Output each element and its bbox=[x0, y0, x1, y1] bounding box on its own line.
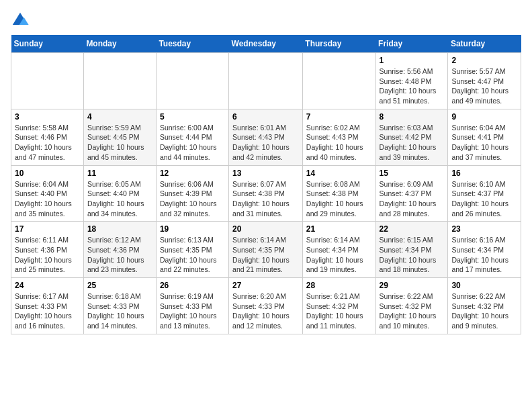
calendar-cell: 12Sunrise: 6:06 AM Sunset: 4:39 PM Dayli… bbox=[156, 165, 228, 222]
day-number: 16 bbox=[451, 169, 517, 178]
calendar-cell: 13Sunrise: 6:07 AM Sunset: 4:38 PM Dayli… bbox=[229, 165, 303, 222]
day-number: 15 bbox=[380, 169, 445, 178]
calendar-cell: 26Sunrise: 6:19 AM Sunset: 4:33 PM Dayli… bbox=[156, 278, 228, 334]
day-number: 2 bbox=[451, 56, 517, 65]
day-number: 21 bbox=[306, 224, 372, 234]
day-number: 9 bbox=[451, 112, 517, 122]
calendar-cell: 23Sunrise: 6:16 AM Sunset: 4:34 PM Dayli… bbox=[448, 222, 521, 278]
page-header bbox=[11, 11, 521, 30]
day-number: 27 bbox=[232, 281, 299, 290]
day-info: Sunrise: 6:09 AM Sunset: 4:37 PM Dayligh… bbox=[380, 179, 445, 219]
calendar-cell: 8Sunrise: 6:03 AM Sunset: 4:42 PM Daylig… bbox=[375, 109, 448, 165]
day-info: Sunrise: 6:19 AM Sunset: 4:33 PM Dayligh… bbox=[160, 291, 225, 331]
day-number: 4 bbox=[87, 112, 152, 122]
day-info: Sunrise: 5:57 AM Sunset: 4:47 PM Dayligh… bbox=[451, 66, 517, 106]
day-info: Sunrise: 6:15 AM Sunset: 4:34 PM Dayligh… bbox=[380, 235, 445, 275]
day-number: 12 bbox=[160, 169, 225, 178]
day-number: 29 bbox=[380, 281, 445, 290]
day-number: 10 bbox=[15, 169, 80, 178]
day-number: 7 bbox=[306, 112, 372, 122]
calendar-cell bbox=[83, 53, 156, 109]
calendar-cell: 3Sunrise: 5:58 AM Sunset: 4:46 PM Daylig… bbox=[11, 109, 84, 165]
calendar-cell: 16Sunrise: 6:10 AM Sunset: 4:37 PM Dayli… bbox=[448, 165, 521, 222]
calendar-week-5: 24Sunrise: 6:17 AM Sunset: 4:33 PM Dayli… bbox=[11, 278, 521, 334]
day-info: Sunrise: 6:11 AM Sunset: 4:36 PM Dayligh… bbox=[15, 235, 80, 275]
day-info: Sunrise: 5:59 AM Sunset: 4:45 PM Dayligh… bbox=[87, 123, 152, 163]
calendar-cell: 5Sunrise: 6:00 AM Sunset: 4:44 PM Daylig… bbox=[156, 109, 228, 165]
day-info: Sunrise: 6:02 AM Sunset: 4:43 PM Dayligh… bbox=[306, 123, 372, 163]
day-info: Sunrise: 6:10 AM Sunset: 4:37 PM Dayligh… bbox=[451, 179, 517, 219]
calendar-week-1: 1Sunrise: 5:56 AM Sunset: 4:48 PM Daylig… bbox=[11, 53, 521, 109]
day-info: Sunrise: 6:16 AM Sunset: 4:34 PM Dayligh… bbox=[451, 235, 517, 275]
calendar-cell: 1Sunrise: 5:56 AM Sunset: 4:48 PM Daylig… bbox=[375, 53, 448, 109]
weekday-header-sunday: Sunday bbox=[11, 35, 84, 53]
day-info: Sunrise: 6:14 AM Sunset: 4:34 PM Dayligh… bbox=[306, 235, 372, 275]
weekday-header-saturday: Saturday bbox=[448, 35, 521, 53]
day-info: Sunrise: 6:01 AM Sunset: 4:43 PM Dayligh… bbox=[232, 123, 299, 163]
weekday-header-thursday: Thursday bbox=[302, 35, 375, 53]
calendar-cell: 21Sunrise: 6:14 AM Sunset: 4:34 PM Dayli… bbox=[302, 222, 375, 278]
day-info: Sunrise: 6:06 AM Sunset: 4:39 PM Dayligh… bbox=[160, 179, 225, 219]
calendar-table: SundayMondayTuesdayWednesdayThursdayFrid… bbox=[11, 35, 521, 334]
day-number: 3 bbox=[15, 112, 80, 122]
calendar-cell bbox=[11, 53, 84, 109]
day-number: 30 bbox=[451, 281, 517, 290]
calendar-cell bbox=[229, 53, 303, 109]
day-info: Sunrise: 6:00 AM Sunset: 4:44 PM Dayligh… bbox=[160, 123, 225, 163]
weekday-header-wednesday: Wednesday bbox=[229, 35, 303, 53]
day-info: Sunrise: 6:13 AM Sunset: 4:35 PM Dayligh… bbox=[160, 235, 225, 275]
day-number: 23 bbox=[451, 224, 517, 234]
calendar-cell: 11Sunrise: 6:05 AM Sunset: 4:40 PM Dayli… bbox=[83, 165, 156, 222]
day-info: Sunrise: 6:07 AM Sunset: 4:38 PM Dayligh… bbox=[232, 179, 299, 219]
calendar-cell: 30Sunrise: 6:22 AM Sunset: 4:32 PM Dayli… bbox=[448, 278, 521, 334]
day-info: Sunrise: 5:56 AM Sunset: 4:48 PM Dayligh… bbox=[380, 66, 445, 106]
calendar-cell: 10Sunrise: 6:04 AM Sunset: 4:40 PM Dayli… bbox=[11, 165, 84, 222]
day-info: Sunrise: 6:14 AM Sunset: 4:35 PM Dayligh… bbox=[232, 235, 299, 275]
day-number: 25 bbox=[87, 281, 152, 290]
day-number: 6 bbox=[232, 112, 299, 122]
day-number: 8 bbox=[380, 112, 445, 122]
calendar-cell: 20Sunrise: 6:14 AM Sunset: 4:35 PM Dayli… bbox=[229, 222, 303, 278]
day-info: Sunrise: 6:04 AM Sunset: 4:40 PM Dayligh… bbox=[15, 179, 80, 219]
weekday-header-monday: Monday bbox=[83, 35, 156, 53]
logo bbox=[11, 11, 31, 30]
calendar-cell: 29Sunrise: 6:22 AM Sunset: 4:32 PM Dayli… bbox=[375, 278, 448, 334]
day-number: 1 bbox=[380, 56, 445, 65]
day-info: Sunrise: 6:04 AM Sunset: 4:41 PM Dayligh… bbox=[451, 123, 517, 163]
day-number: 11 bbox=[87, 169, 152, 178]
calendar-cell: 27Sunrise: 6:20 AM Sunset: 4:33 PM Dayli… bbox=[229, 278, 303, 334]
day-info: Sunrise: 6:20 AM Sunset: 4:33 PM Dayligh… bbox=[232, 291, 299, 331]
calendar-cell: 19Sunrise: 6:13 AM Sunset: 4:35 PM Dayli… bbox=[156, 222, 228, 278]
day-info: Sunrise: 6:05 AM Sunset: 4:40 PM Dayligh… bbox=[87, 179, 152, 219]
calendar-week-4: 17Sunrise: 6:11 AM Sunset: 4:36 PM Dayli… bbox=[11, 222, 521, 278]
calendar-cell: 2Sunrise: 5:57 AM Sunset: 4:47 PM Daylig… bbox=[448, 53, 521, 109]
day-info: Sunrise: 6:08 AM Sunset: 4:38 PM Dayligh… bbox=[306, 179, 372, 219]
day-number: 22 bbox=[380, 224, 445, 234]
calendar-cell bbox=[302, 53, 375, 109]
day-number: 13 bbox=[232, 169, 299, 178]
day-number: 14 bbox=[306, 169, 372, 178]
calendar-cell: 4Sunrise: 5:59 AM Sunset: 4:45 PM Daylig… bbox=[83, 109, 156, 165]
day-info: Sunrise: 6:12 AM Sunset: 4:36 PM Dayligh… bbox=[87, 235, 152, 275]
calendar-cell: 22Sunrise: 6:15 AM Sunset: 4:34 PM Dayli… bbox=[375, 222, 448, 278]
calendar-cell: 14Sunrise: 6:08 AM Sunset: 4:38 PM Dayli… bbox=[302, 165, 375, 222]
day-info: Sunrise: 6:17 AM Sunset: 4:33 PM Dayligh… bbox=[15, 291, 80, 331]
calendar-week-2: 3Sunrise: 5:58 AM Sunset: 4:46 PM Daylig… bbox=[11, 109, 521, 165]
day-number: 17 bbox=[15, 224, 80, 234]
logo-icon bbox=[11, 11, 30, 30]
day-number: 24 bbox=[15, 281, 80, 290]
day-info: Sunrise: 6:22 AM Sunset: 4:32 PM Dayligh… bbox=[451, 291, 517, 331]
day-number: 19 bbox=[160, 224, 225, 234]
calendar-cell: 25Sunrise: 6:18 AM Sunset: 4:33 PM Dayli… bbox=[83, 278, 156, 334]
day-info: Sunrise: 6:22 AM Sunset: 4:32 PM Dayligh… bbox=[380, 291, 445, 331]
day-info: Sunrise: 6:03 AM Sunset: 4:42 PM Dayligh… bbox=[380, 123, 445, 163]
day-number: 20 bbox=[232, 224, 299, 234]
day-number: 18 bbox=[87, 224, 152, 234]
calendar-cell: 15Sunrise: 6:09 AM Sunset: 4:37 PM Dayli… bbox=[375, 165, 448, 222]
calendar-cell: 9Sunrise: 6:04 AM Sunset: 4:41 PM Daylig… bbox=[448, 109, 521, 165]
calendar-cell: 18Sunrise: 6:12 AM Sunset: 4:36 PM Dayli… bbox=[83, 222, 156, 278]
calendar-cell: 28Sunrise: 6:21 AM Sunset: 4:32 PM Dayli… bbox=[302, 278, 375, 334]
day-info: Sunrise: 5:58 AM Sunset: 4:46 PM Dayligh… bbox=[15, 123, 80, 163]
calendar-cell: 7Sunrise: 6:02 AM Sunset: 4:43 PM Daylig… bbox=[302, 109, 375, 165]
day-info: Sunrise: 6:18 AM Sunset: 4:33 PM Dayligh… bbox=[87, 291, 152, 331]
